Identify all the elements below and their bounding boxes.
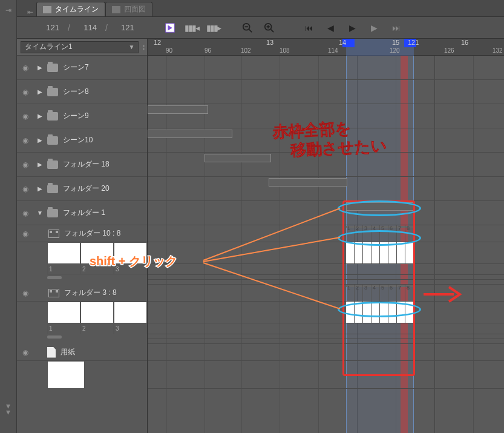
layer-folder3-8[interactable]: ◉ フォルダー 3 : 8 bbox=[17, 285, 147, 302]
chevrons-down-icon[interactable]: ▾▾ bbox=[6, 403, 10, 415]
svg-line-2 bbox=[249, 29, 252, 32]
timeline-icon bbox=[43, 6, 51, 13]
tab-quadview[interactable]: 四面図 bbox=[105, 2, 152, 16]
track-paper[interactable] bbox=[148, 344, 504, 361]
track-folder20[interactable] bbox=[148, 177, 504, 201]
tab-timeline[interactable]: タイムライン bbox=[36, 2, 105, 16]
expand-icon[interactable]: ▶ bbox=[35, 113, 45, 119]
visibility-icon[interactable]: ◉ bbox=[18, 64, 33, 72]
quadview-icon bbox=[112, 6, 120, 13]
frame-b[interactable]: 121 bbox=[116, 23, 134, 32]
bars-snap-right-icon[interactable]: ▮▮▮▸ bbox=[207, 21, 220, 35]
clip[interactable] bbox=[346, 202, 414, 211]
clip[interactable] bbox=[148, 105, 208, 114]
play-icon[interactable]: ▶ bbox=[346, 21, 359, 35]
bars-snap-left-icon[interactable]: ▮▮▮◂ bbox=[185, 21, 198, 35]
layer-scene9[interactable]: ◉ ▶ シーン9 bbox=[17, 104, 147, 128]
chevron-down-icon: ▼ bbox=[129, 44, 135, 50]
folder-icon bbox=[47, 209, 58, 217]
frame-a[interactable]: 114 bbox=[79, 23, 97, 32]
clip[interactable] bbox=[205, 154, 271, 162]
expand-icon[interactable]: ▶ bbox=[35, 161, 45, 168]
layer-paper[interactable]: ◉ 用紙 bbox=[17, 344, 147, 361]
playhead-icon[interactable] bbox=[163, 21, 177, 35]
collapse-icon[interactable]: ▼ bbox=[35, 210, 45, 216]
svg-line-5 bbox=[270, 29, 273, 32]
track-scene9[interactable] bbox=[148, 104, 504, 128]
expand-icon[interactable]: ▶ bbox=[35, 185, 45, 192]
prev-frame-icon[interactable]: ◀ bbox=[324, 21, 338, 35]
layer-scene10[interactable]: ◉ ▶ シーン10 bbox=[17, 128, 147, 153]
mini-scrollbar[interactable] bbox=[47, 275, 147, 280]
timeline-select-label: タイムライン1 bbox=[25, 42, 73, 52]
folder-icon bbox=[47, 112, 58, 121]
track-folder10-8-header[interactable]: 1 2 3 4 5 6 7 8 bbox=[148, 225, 504, 242]
clip[interactable] bbox=[269, 178, 347, 187]
slash1: / bbox=[68, 23, 70, 33]
visibility-icon[interactable]: ◉ bbox=[18, 348, 33, 357]
track-folder3-8-header[interactable]: 1 2 3 4 5 6 7 8 bbox=[148, 285, 504, 302]
track-folder1[interactable] bbox=[148, 201, 504, 225]
track-folder10-8-frames[interactable] bbox=[148, 242, 504, 264]
paper-thumbnail[interactable] bbox=[47, 361, 85, 389]
timeline-canvas[interactable]: 1213141512116 9096102108114120126132 bbox=[148, 39, 504, 433]
folder-icon bbox=[47, 160, 58, 169]
clip-icon bbox=[48, 230, 59, 238]
panel-options-icon[interactable]: ▪▪ bbox=[142, 44, 147, 50]
panel-tabs: ⇤ タイムライン 四面図 bbox=[17, 0, 504, 17]
expand-icon[interactable]: ▶ bbox=[35, 137, 45, 144]
folder-icon bbox=[47, 136, 58, 145]
timeline-toolbar: 121 / 114 / 121 ▮▮▮◂ ▮▮▮▸ ⏮ ◀ ▶ ▶ ⏭ bbox=[17, 17, 504, 39]
clip-icon bbox=[48, 289, 59, 297]
layer-panel: タイムライン1 ▼ ▪▪ ◉ ▶ シーン7 ◉ ▶ bbox=[17, 39, 148, 433]
visibility-icon[interactable]: ◉ bbox=[18, 88, 33, 96]
panel-collapse-icon[interactable]: ⇥ bbox=[5, 6, 11, 15]
track-folder3-8-frames[interactable] bbox=[148, 302, 504, 323]
layer-folder20[interactable]: ◉ ▶ フォルダー 20 bbox=[17, 177, 147, 201]
layer-folder18[interactable]: ◉ ▶ フォルダー 18 bbox=[17, 153, 147, 177]
expand-icon[interactable]: ▶ bbox=[35, 88, 45, 95]
layer-scene7[interactable]: ◉ ▶ シーン7 bbox=[17, 56, 147, 80]
tab-timeline-label: タイムライン bbox=[55, 4, 99, 15]
visibility-icon[interactable]: ◉ bbox=[18, 230, 33, 238]
expand-handle-icon[interactable]: ⇤ bbox=[24, 8, 36, 16]
go-start-icon[interactable]: ⏮ bbox=[303, 21, 316, 35]
visibility-icon[interactable]: ◉ bbox=[18, 160, 33, 169]
timeline-select[interactable]: タイムライン1 ▼ bbox=[21, 41, 139, 53]
frame-current[interactable]: 121 bbox=[41, 23, 59, 32]
folder-icon bbox=[47, 88, 58, 96]
layer-folder1[interactable]: ◉ ▼ フォルダー 1 bbox=[17, 201, 147, 225]
zoom-in-icon[interactable] bbox=[263, 21, 276, 35]
track-scene10[interactable] bbox=[148, 128, 504, 153]
visibility-icon[interactable]: ◉ bbox=[18, 112, 33, 121]
timeline-ruler[interactable]: 1213141512116 9096102108114120126132 bbox=[148, 39, 504, 56]
track-scene8[interactable] bbox=[148, 80, 504, 104]
folder-icon bbox=[47, 185, 58, 193]
clip[interactable] bbox=[148, 130, 232, 138]
page-icon bbox=[47, 347, 56, 358]
visibility-icon[interactable]: ◉ bbox=[18, 289, 33, 297]
visibility-icon[interactable]: ◉ bbox=[18, 185, 33, 193]
track-scene7[interactable] bbox=[148, 56, 504, 80]
slash2: / bbox=[105, 23, 108, 33]
folder-icon bbox=[47, 64, 58, 72]
layer-scene8[interactable]: ◉ ▶ シーン8 bbox=[17, 80, 147, 104]
left-gutter: ⇥ ▾▾ bbox=[0, 0, 17, 433]
mini-scrollbar[interactable] bbox=[47, 334, 147, 339]
zoom-out-icon[interactable] bbox=[241, 21, 254, 35]
thumbnail-strip[interactable]: 1 2 3 bbox=[47, 242, 147, 275]
thumbnail-strip[interactable]: 1 2 3 bbox=[47, 302, 147, 334]
go-end-icon[interactable]: ⏭ bbox=[390, 21, 403, 35]
layer-folder10-8[interactable]: ◉ フォルダー 10 : 8 bbox=[17, 225, 147, 242]
next-frame-icon[interactable]: ▶ bbox=[368, 21, 381, 35]
tab-quadview-label: 四面図 bbox=[124, 4, 146, 15]
expand-icon[interactable]: ▶ bbox=[35, 64, 45, 71]
track-folder18[interactable] bbox=[148, 153, 504, 177]
visibility-icon[interactable]: ◉ bbox=[18, 136, 33, 145]
visibility-icon[interactable]: ◉ bbox=[18, 209, 33, 217]
